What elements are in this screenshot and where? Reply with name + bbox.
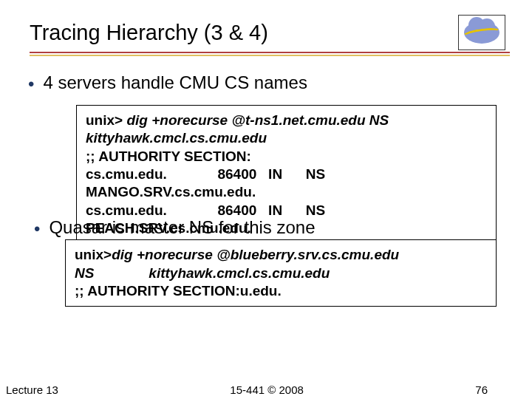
footer-left: Lecture 13: [6, 383, 58, 396]
box1-record-1b: MANGO.SRV.cs.cmu.edu.: [86, 183, 487, 201]
overlay-region: unix> dig +norecurse @t-ns1.net.cmu.edu …: [28, 105, 510, 307]
box2-cmd-line-1: unix>dig +norecurse @blueberry.srv.cs.cm…: [75, 246, 487, 264]
box2-cmd-line-2: NS kittyhawk.cmcl.cs.cmu.edu: [75, 265, 487, 282]
title-underline: [30, 52, 510, 55]
logo-box: [458, 15, 505, 50]
bullet-dot-icon: •: [28, 74, 34, 95]
box1-cmd-line-2: kittyhawk.cmcl.cs.cmu.edu: [86, 129, 487, 147]
bullet-2: • Quasar is master NS for this zone: [34, 217, 316, 239]
bullet-1: • 4 servers handle CMU CS names: [28, 72, 510, 95]
slide-footer: Lecture 13 15-441 © 2008 76: [0, 383, 532, 396]
slide-body: • 4 servers handle CMU CS names unix> di…: [22, 72, 510, 307]
box1-record-1a: cs.cmu.edu. 86400 IN NS: [86, 166, 487, 183]
title-row: Tracing Hierarchy (3 & 4): [30, 15, 510, 50]
box1-authority-header: ;; AUTHORITY SECTION:: [86, 148, 487, 166]
footer-center: 15-441 © 2008: [58, 383, 475, 396]
slide: Tracing Hierarchy (3 & 4) • 4 servers ha…: [0, 0, 532, 399]
terminal-box-2: unix>dig +norecurse @blueberry.srv.cs.cm…: [65, 239, 497, 307]
box1-cmd-line-1: unix> dig +norecurse @t-ns1.net.cmu.edu …: [86, 112, 487, 129]
bullet-2-text: Quasar is master NS for this zone: [49, 217, 315, 239]
bullet-1-text: 4 servers handle CMU CS names: [43, 72, 307, 93]
slide-title: Tracing Hierarchy (3 & 4): [30, 21, 268, 45]
footer-page-number: 76: [475, 383, 488, 396]
box2-authority-header: ;; AUTHORITY SECTION:u.edu.: [75, 282, 487, 300]
bullet-dot-icon: •: [34, 219, 40, 239]
